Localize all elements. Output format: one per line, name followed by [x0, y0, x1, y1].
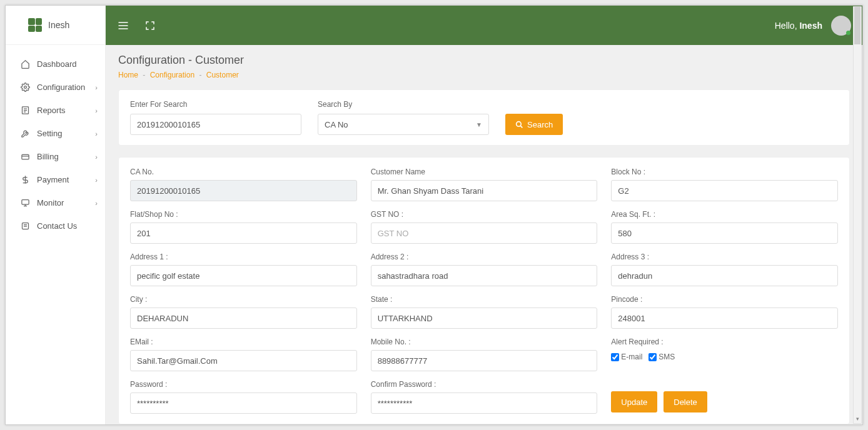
sidebar-item-reports[interactable]: Reports › — [6, 99, 105, 122]
breadcrumb-current[interactable]: Customer — [206, 71, 239, 79]
logo-icon — [28, 18, 42, 32]
alert-sms-checkbox[interactable] — [648, 353, 657, 361]
customer-name-label: Customer Name — [371, 168, 598, 176]
alert-email-checkbox[interactable] — [611, 353, 619, 361]
state-field[interactable] — [371, 308, 598, 329]
confirm-password-label: Confirm Password : — [371, 380, 598, 389]
addr2-field[interactable] — [371, 265, 598, 286]
page-title: Configuration - Customer — [118, 54, 850, 67]
chevron-right-icon: › — [95, 107, 98, 114]
home-icon — [19, 59, 31, 69]
confirm-password-field[interactable] — [371, 392, 598, 414]
brand-logo[interactable]: Inesh — [6, 6, 105, 45]
addr3-label: Address 3 : — [611, 252, 838, 261]
alert-sms-checkbox-wrap[interactable]: SMS — [648, 352, 675, 361]
pincode-field[interactable] — [611, 308, 838, 329]
avatar[interactable] — [831, 16, 851, 36]
fullscreen-icon[interactable] — [144, 20, 156, 31]
scrollbar-thumb[interactable] — [854, 7, 860, 44]
sidebar-menu: Dashboard Configuration › Reports › — [6, 45, 105, 238]
addr1-label: Address 1 : — [130, 252, 357, 261]
gst-no-field[interactable] — [371, 222, 598, 244]
addr1-field[interactable] — [130, 265, 357, 286]
menu-toggle-icon[interactable] — [117, 19, 129, 32]
contact-icon — [19, 221, 31, 231]
breadcrumb: Home - Configuration - Customer — [118, 71, 850, 79]
content: Configuration - Customer Home - Configur… — [106, 45, 862, 424]
alert-email-checkbox-wrap[interactable]: E-mail — [611, 352, 642, 361]
sidebar-label: Payment — [37, 175, 95, 184]
sidebar-item-dashboard[interactable]: Dashboard — [6, 52, 105, 76]
ca-no-field — [130, 180, 357, 201]
flat-no-label: Flat/Shop No : — [130, 210, 357, 219]
sidebar: Inesh Dashboard Configuration › — [6, 6, 106, 424]
sidebar-label: Configuration — [37, 82, 95, 92]
sidebar-item-monitor[interactable]: Monitor › — [6, 191, 105, 214]
email-label: EMail : — [130, 338, 357, 346]
password-label: Password : — [130, 380, 357, 389]
delete-button[interactable]: Delete — [664, 391, 707, 412]
gst-no-label: GST NO : — [371, 210, 598, 219]
wrench-icon — [19, 129, 31, 138]
sidebar-label: Reports — [37, 106, 95, 115]
customer-form-card: CA No. Customer Name Block No : Fl — [118, 157, 850, 424]
customer-name-field[interactable] — [371, 180, 598, 201]
breadcrumb-home[interactable]: Home — [118, 71, 138, 79]
update-button[interactable]: Update — [611, 391, 657, 412]
pincode-label: Pincode : — [611, 295, 838, 304]
search-by-select[interactable]: CA No ▼ — [318, 114, 489, 135]
sidebar-item-billing[interactable]: Billing › — [6, 145, 105, 168]
sidebar-item-contact[interactable]: Contact Us — [6, 214, 105, 238]
password-field[interactable] — [130, 392, 357, 414]
chevron-right-icon: › — [95, 199, 98, 207]
search-input[interactable] — [130, 114, 301, 135]
main-area: Hello, Inesh Configuration - Customer Ho… — [106, 6, 862, 424]
scrollbar[interactable]: ▾ — [853, 6, 862, 424]
mobile-label: Mobile No. : — [371, 338, 598, 346]
search-by-label: Search By — [318, 100, 489, 109]
sidebar-label: Monitor — [37, 198, 95, 208]
alert-label: Alert Required : — [611, 338, 838, 346]
sidebar-item-payment[interactable]: Payment › — [6, 168, 105, 191]
city-label: City : — [130, 295, 357, 304]
addr3-field[interactable] — [611, 265, 838, 286]
monitor-icon — [19, 198, 31, 208]
chevron-right-icon: › — [95, 130, 98, 138]
topbar: Hello, Inesh — [106, 6, 862, 45]
sidebar-item-configuration[interactable]: Configuration › — [6, 76, 105, 99]
dollar-icon — [19, 175, 31, 184]
caret-down-icon: ▼ — [476, 121, 482, 128]
sidebar-label: Contact Us — [37, 221, 98, 231]
area-field[interactable] — [611, 222, 838, 244]
mobile-field[interactable] — [371, 350, 598, 371]
sidebar-item-setting[interactable]: Setting › — [6, 122, 105, 145]
sidebar-label: Setting — [37, 129, 95, 138]
scrollbar-down-icon[interactable]: ▾ — [854, 414, 861, 423]
wallet-icon — [19, 152, 31, 161]
block-no-label: Block No : — [611, 168, 838, 176]
svg-point-0 — [24, 86, 26, 89]
search-enter-label: Enter For Search — [130, 100, 301, 109]
report-icon — [19, 106, 31, 115]
chevron-right-icon: › — [95, 153, 98, 161]
breadcrumb-section[interactable]: Configuration — [150, 71, 194, 79]
brand-name: Inesh — [48, 20, 69, 30]
sidebar-label: Billing — [37, 152, 95, 161]
state-label: State : — [371, 295, 598, 304]
email-field[interactable] — [130, 350, 357, 371]
city-field[interactable] — [130, 308, 357, 329]
search-card: Enter For Search Search By CA No ▼ — [118, 89, 850, 146]
svg-rect-3 — [21, 200, 28, 205]
greeting-text: Hello, Inesh — [775, 21, 822, 31]
flat-no-field[interactable] — [130, 222, 357, 244]
block-no-field[interactable] — [611, 180, 838, 201]
area-label: Area Sq. Ft. : — [611, 210, 838, 219]
search-by-value: CA No — [325, 120, 348, 129]
svg-rect-2 — [21, 154, 28, 159]
search-button[interactable]: Search — [505, 114, 563, 135]
sidebar-label: Dashboard — [37, 59, 98, 69]
chevron-right-icon: › — [95, 84, 98, 91]
gear-icon — [19, 82, 31, 92]
svg-point-5 — [517, 121, 522, 126]
ca-no-label: CA No. — [130, 168, 357, 176]
